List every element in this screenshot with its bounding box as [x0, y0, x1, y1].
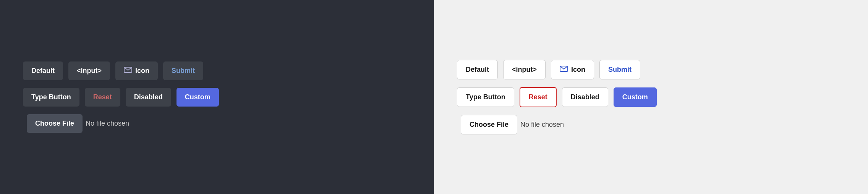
dark-icon-label: Icon	[135, 67, 149, 75]
light-typebutton-button[interactable]: Type Button	[457, 87, 514, 107]
light-custom-button[interactable]: Custom	[614, 87, 657, 107]
light-nofile-label: No file chosen	[520, 121, 564, 129]
dark-reset-button[interactable]: Reset	[85, 88, 120, 107]
envelope-icon	[124, 67, 132, 75]
light-default-button[interactable]: Default	[457, 60, 498, 79]
light-panel: Default <input> Icon Submit Type Button …	[434, 0, 868, 194]
light-input-button[interactable]: <input>	[503, 60, 546, 79]
light-disabled-button[interactable]: Disabled	[562, 87, 608, 107]
dark-icon-button[interactable]: Icon	[115, 61, 158, 80]
light-submit-button[interactable]: Submit	[599, 60, 640, 79]
dark-row1: Default <input> Icon Submit	[23, 61, 203, 80]
dark-panel: Default <input> Icon Submit Type Button …	[0, 0, 434, 194]
dark-row2: Type Button Reset Disabled Custom	[23, 88, 219, 107]
dark-submit-button[interactable]: Submit	[163, 61, 203, 80]
light-icon-button[interactable]: Icon	[551, 60, 594, 79]
light-row2: Type Button Reset Disabled Custom	[457, 87, 657, 107]
dark-custom-button[interactable]: Custom	[177, 88, 219, 107]
light-row3: Choose File No file chosen	[461, 115, 564, 134]
dark-default-button[interactable]: Default	[23, 61, 63, 80]
dark-row3: Choose File No file chosen	[27, 114, 129, 133]
light-row1: Default <input> Icon Submit	[457, 60, 640, 79]
light-icon-label: Icon	[571, 66, 585, 74]
light-choosefile-button[interactable]: Choose File	[461, 115, 517, 134]
light-reset-button[interactable]: Reset	[520, 87, 557, 107]
dark-disabled-button[interactable]: Disabled	[126, 88, 171, 107]
envelope-icon-light	[560, 66, 568, 74]
dark-input-button[interactable]: <input>	[68, 61, 110, 80]
dark-choosefile-button[interactable]: Choose File	[27, 114, 83, 133]
dark-typebutton-button[interactable]: Type Button	[23, 88, 79, 107]
dark-nofile-label: No file chosen	[86, 120, 129, 128]
